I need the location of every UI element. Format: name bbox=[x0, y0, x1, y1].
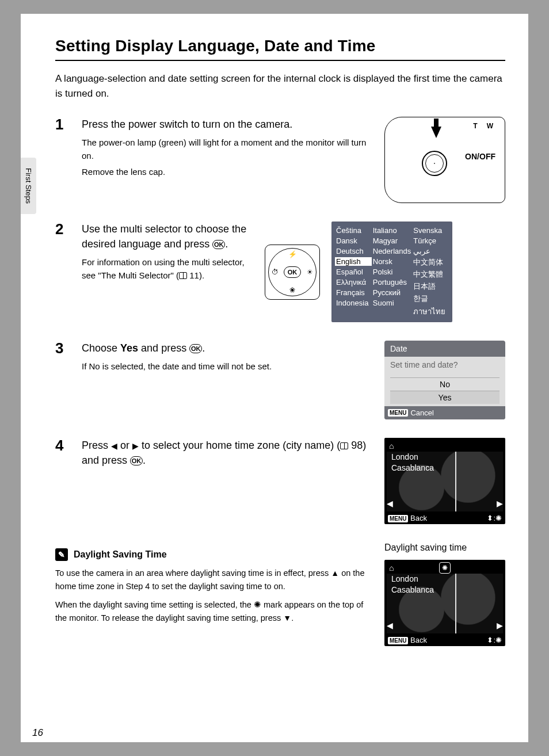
timezone-screen-dst: ⌂ ✺ London Casablanca ◀▶ MENU Back ⬍:✺ bbox=[384, 560, 505, 646]
step-number: 2 bbox=[55, 222, 71, 236]
lang-item: Dansk bbox=[335, 236, 372, 245]
tz-city-2: Casablanca bbox=[391, 585, 434, 595]
back-label: Back bbox=[410, 514, 427, 522]
back-label: Back bbox=[410, 636, 427, 644]
text: to select your home time zone (city name… bbox=[139, 440, 340, 451]
step-2-detail: For information on using the multi selec… bbox=[82, 256, 254, 282]
tz-city-labels: London Casablanca bbox=[391, 452, 434, 474]
lang-item: Português bbox=[372, 278, 413, 287]
lang-item: Русский bbox=[372, 288, 413, 297]
text: . bbox=[225, 238, 228, 250]
power-button-icon bbox=[422, 151, 447, 176]
dst-mark-icon: ✺ bbox=[254, 600, 261, 609]
tip-paragraph-1: To use the camera in an area where dayli… bbox=[55, 567, 374, 593]
text: or bbox=[117, 440, 132, 451]
lang-item: Magyar bbox=[372, 236, 413, 245]
power-switch-diagram: T W ON/OFF bbox=[384, 117, 505, 203]
text: If bbox=[82, 361, 89, 371]
menu-chip: MENU bbox=[388, 637, 408, 644]
step-1: 1 Press the power switch to turn on the … bbox=[55, 117, 505, 203]
manual-ref-icon bbox=[179, 272, 187, 279]
cancel-label: Cancel bbox=[410, 408, 433, 417]
text-bold: No bbox=[89, 361, 100, 371]
text: . bbox=[143, 455, 146, 466]
date-screen-question: Set time and date? bbox=[390, 360, 500, 369]
text: . bbox=[202, 342, 205, 354]
language-screen: Čeština Dansk Deutsch English Español Ελ… bbox=[331, 222, 452, 322]
home-icon: ⌂ bbox=[389, 441, 394, 450]
lang-item: Español bbox=[335, 268, 372, 276]
ok-icon: OK bbox=[189, 344, 202, 353]
tip-heading: Daylight Saving Time bbox=[74, 549, 167, 560]
intro-text: A language-selection and date setting sc… bbox=[55, 71, 505, 101]
step-1-title: Press the power switch to turn on the ca… bbox=[82, 117, 374, 132]
lang-item: Français bbox=[335, 288, 372, 297]
dst-indicator-icon: ✺ bbox=[439, 562, 451, 574]
tip-icon: ✎ bbox=[55, 548, 68, 561]
date-option-no: No bbox=[390, 377, 500, 391]
lang-item: Türkçe bbox=[412, 236, 449, 245]
step-4: 4 Press ◀ or ▶ to select your home time … bbox=[55, 438, 505, 524]
language-col-3: Svenska Türkçe عربي 中文简体 中文繁體 日本語 한글 ภาษ… bbox=[412, 226, 449, 318]
lang-item: 한글 bbox=[412, 293, 449, 304]
up-triangle-icon: ▲ bbox=[331, 568, 339, 578]
flash-icon: ⚡ bbox=[288, 250, 297, 258]
lang-item: 日本語 bbox=[412, 281, 449, 292]
step-1-detail-1: The power-on lamp (green) will light for… bbox=[82, 136, 374, 162]
ok-icon: OK bbox=[130, 456, 143, 465]
self-timer-icon: ⏱ bbox=[272, 268, 279, 276]
date-screen-header: Date bbox=[384, 341, 505, 357]
lang-item: 中文简体 bbox=[412, 257, 449, 268]
menu-chip: MENU bbox=[388, 515, 408, 522]
right-arrow-icon: ▶ bbox=[497, 499, 503, 508]
tip-paragraph-2: When the daylight saving time setting is… bbox=[55, 598, 374, 624]
timezone-screen: ⌂ London Casablanca ◀▶ MENU Back ⬍:✺ bbox=[384, 438, 505, 524]
lang-item: Deutsch bbox=[335, 247, 372, 255]
step-number: 3 bbox=[55, 341, 71, 356]
step-4-title: Press ◀ or ▶ to select your home time zo… bbox=[82, 438, 374, 468]
tz-city-labels: London Casablanca bbox=[391, 574, 434, 595]
zoom-w-label: W bbox=[487, 122, 493, 130]
side-tab: First Steps bbox=[21, 158, 36, 214]
dst-screenshot-label: Daylight saving time bbox=[384, 543, 467, 553]
left-triangle-icon: ◀ bbox=[111, 441, 117, 450]
date-screen: Date Set time and date? No Yes MENU Canc… bbox=[384, 341, 505, 419]
page-number: 16 bbox=[32, 727, 43, 739]
dst-toggle-hint-icon: ⬍:✺ bbox=[487, 636, 502, 644]
left-arrow-icon: ◀ bbox=[387, 621, 393, 630]
lang-item: Nederlands bbox=[372, 247, 413, 255]
dst-toggle-hint-icon: ⬍:✺ bbox=[487, 514, 502, 522]
language-col-1: Čeština Dansk Deutsch English Español Ελ… bbox=[335, 226, 372, 318]
right-arrow-icon: ▶ bbox=[497, 621, 503, 630]
language-col-2: Italiano Magyar Nederlands Norsk Polski … bbox=[372, 226, 413, 318]
text: is selected, the date and time will not … bbox=[100, 361, 272, 371]
text: Choose bbox=[82, 342, 120, 354]
text: 11). bbox=[187, 270, 204, 280]
text: . bbox=[291, 613, 293, 623]
multi-selector-diagram: ⚡ ❀ ⏱ ☀ bbox=[265, 245, 320, 300]
step-3-detail: If No is selected, the date and time wil… bbox=[82, 360, 374, 373]
lang-item: Polski bbox=[372, 268, 413, 276]
press-arrow-icon bbox=[431, 127, 441, 138]
text: For information on using the multi selec… bbox=[82, 257, 245, 280]
menu-chip: MENU bbox=[388, 409, 408, 417]
lang-item: Čeština bbox=[335, 226, 372, 235]
lang-item: 中文繁體 bbox=[412, 269, 449, 280]
tz-city-2: Casablanca bbox=[391, 463, 434, 474]
step-3-title: Choose Yes and press OK. bbox=[82, 341, 374, 356]
step-number: 4 bbox=[55, 438, 71, 453]
lang-item: ภาษาไทย bbox=[412, 306, 449, 318]
date-option-yes: Yes bbox=[390, 391, 500, 404]
lang-item: Suomi bbox=[372, 299, 413, 307]
lang-item: Indonesia bbox=[335, 299, 372, 307]
lang-item: Italiano bbox=[372, 226, 413, 235]
text: When the daylight saving time setting is… bbox=[55, 600, 254, 609]
lang-item: Ελληνικά bbox=[335, 278, 372, 287]
text: and press bbox=[138, 342, 189, 354]
on-off-label: ON/OFF bbox=[465, 152, 495, 161]
lang-item: Norsk bbox=[372, 257, 413, 266]
lang-item: Svenska bbox=[412, 226, 449, 235]
text: Press bbox=[82, 440, 111, 451]
dst-tip: ✎ Daylight Saving Time To use the camera… bbox=[55, 548, 374, 624]
macro-icon: ❀ bbox=[289, 286, 295, 294]
